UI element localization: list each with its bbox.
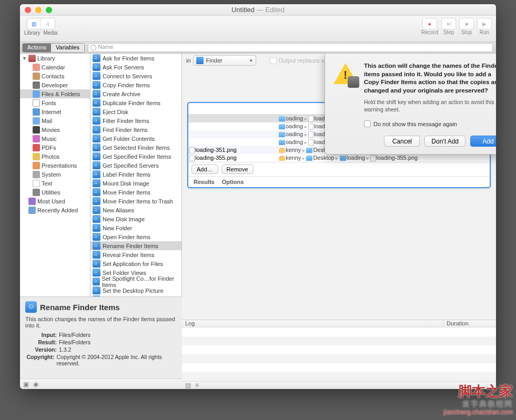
action-item[interactable]: New Aliases [90,206,181,214]
finder-icon [93,233,100,241]
action-item[interactable]: Mount Disk Image [90,179,181,188]
dont-show-checkbox[interactable]: Do not show this message again [364,120,496,127]
stop-button[interactable]: ■ [459,18,474,29]
category-item[interactable]: Internet [20,107,90,116]
category-item[interactable]: Utilities [20,188,90,197]
workflow-column: in Finder Output replaces selected text … [182,54,496,389]
app-dropdown[interactable]: Finder [193,55,256,66]
finder-icon [93,161,100,169]
log-view-icon[interactable]: ▤ [185,382,191,389]
action-item[interactable]: Connect to Servers [90,71,181,80]
checkbox-icon [364,120,371,127]
action-item[interactable]: Duplicate Finder Items [90,98,181,107]
most-used[interactable]: Most Used [20,197,90,206]
finder-icon [93,286,100,294]
finder-icon [93,197,100,205]
description-panel: Rename Finder Items This action changes … [20,296,182,378]
action-item[interactable]: Rename Finder Items [90,241,181,250]
dont-add-button[interactable]: Don't Add [424,136,466,147]
action-item[interactable]: Filter Finder Items [90,116,181,125]
category-item[interactable]: Music [20,134,90,143]
action-column: Ask for Finder ItemsAsk For ServersConne… [90,54,182,296]
category-item[interactable]: Fonts [20,98,90,107]
category-item[interactable]: Mail [20,116,90,125]
category-item[interactable]: Presentations [20,161,90,170]
finder-icon [93,224,100,232]
log-col-header: Log [182,320,443,326]
action-item[interactable]: Ask for Finder Items [90,54,181,63]
action-item[interactable]: Get Folder Contents [90,134,181,143]
library-root[interactable]: ▼Library [20,54,90,63]
tab-actions[interactable]: Actions [23,44,51,52]
action-item[interactable]: Open Finder Items [90,232,181,241]
library-tabs[interactable]: Actions Variables [22,43,85,53]
action-item[interactable]: Move Finder Items [90,188,181,197]
finder-icon [93,81,100,89]
finder-icon [93,260,100,268]
action-item[interactable]: Set Application for Files [90,259,181,268]
action-item[interactable]: Eject Disk [90,107,181,116]
finder-icon [93,295,100,296]
action-item[interactable]: New Folder [90,223,181,232]
hide-desc-icon[interactable]: ▣ [23,381,29,388]
sheet-message: This action will change the names of the… [364,62,496,95]
tab-variables[interactable]: Variables [51,44,84,52]
category-item[interactable]: Calendar [20,63,90,71]
recently-added[interactable]: Recently Added [20,206,90,214]
finder-icon [93,99,100,107]
options-tab[interactable]: Options [222,179,244,185]
sheet-subtext: Hold the shift key when adding an action… [364,99,496,113]
category-item[interactable]: Developer [20,80,90,89]
add-button[interactable]: Add [470,136,496,147]
finder-icon [93,251,100,259]
action-item[interactable]: Label Finder Items [90,170,181,179]
finder-icon [93,90,100,98]
cancel-button[interactable]: Cancel [384,136,420,147]
step-button[interactable]: ➤| [441,18,456,29]
finder-icon [93,63,100,71]
action-item[interactable]: Get Selected Finder Items [90,143,181,152]
add-button[interactable]: Add… [191,165,218,174]
in-label: in [186,57,191,64]
action-item[interactable]: Get Specified Finder Items [90,152,181,161]
finder-icon [93,144,100,151]
action-item[interactable]: Copy Finder Items [90,80,181,89]
action-item[interactable]: Move Finder Items to Trash [90,197,181,206]
checkbox-icon [270,57,277,64]
action-item[interactable]: Reveal Finder Items [90,250,181,259]
action-item[interactable]: Ask For Servers [90,63,181,71]
finder-icon [25,301,37,313]
quicklook-icon[interactable]: ◉ [33,381,38,388]
remove-button[interactable]: Remove [221,165,254,174]
category-item[interactable]: System [20,170,90,179]
category-item[interactable]: PDFs [20,143,90,152]
finder-icon [93,152,100,160]
record-button[interactable]: ● [422,18,437,29]
log-list-icon[interactable]: ≡ [195,382,199,389]
finder-icon [93,179,100,187]
desc-footer: ▣ ◉ [20,378,182,389]
finder-icon [93,54,100,62]
category-item[interactable]: Text [20,179,90,188]
run-button[interactable]: ▶ [477,18,492,29]
category-item[interactable]: Movies [20,125,90,134]
action-item[interactable]: New Disk Image [90,214,181,223]
library-toggle[interactable]: ▥ [27,18,41,29]
action-item[interactable]: Create Archive [90,89,181,98]
table-row[interactable]: loading-355.pngkennyDesktoploadingloadin… [188,154,490,162]
finder-icon [93,108,100,116]
action-item[interactable]: Get Specified Servers [90,161,181,170]
watermark: 脚本之家 查字典教程网 jiaocheng.chazidian.com [444,383,513,416]
finder-icon [93,242,100,250]
media-toggle[interactable]: ♫ [41,18,55,29]
finder-icon [93,269,100,276]
finder-icon [93,278,100,285]
results-tab[interactable]: Results [194,179,215,185]
category-item[interactable]: Files & Folders [20,89,90,98]
category-item[interactable]: Photos [20,152,90,161]
action-item[interactable]: Set Spotlight Co…for Finder Items [90,277,181,286]
category-item[interactable]: Contacts [20,71,90,80]
action-item[interactable]: Find Finder Items [90,125,181,134]
finder-icon [93,72,100,80]
search-input[interactable]: Name [88,43,493,52]
